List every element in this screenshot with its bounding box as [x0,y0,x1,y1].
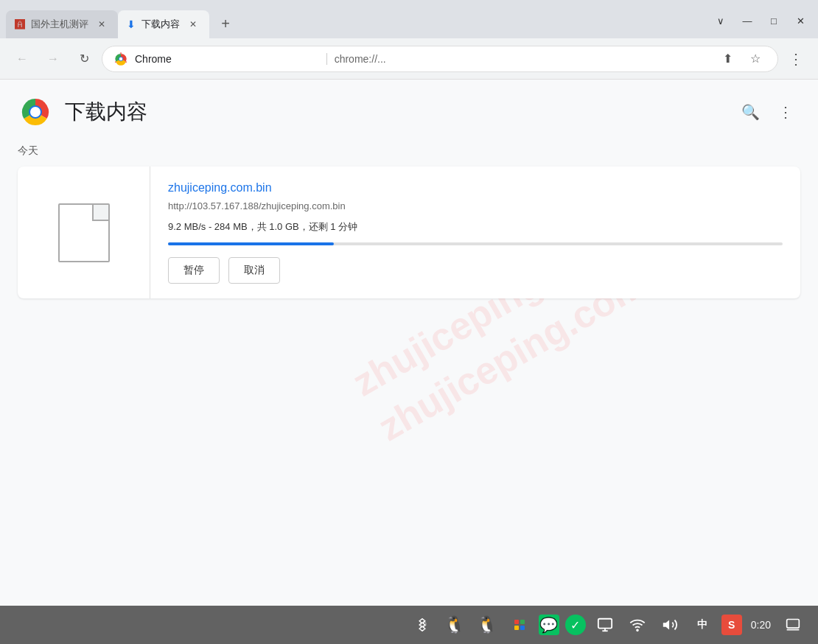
taskbar-qq1[interactable]: 🐧 [441,612,468,638]
new-tab-button[interactable]: + [212,10,239,37]
progress-bar-fill [168,242,334,245]
taskbar-qq2[interactable]: 🐧 [474,612,500,638]
progress-bar-container [168,242,783,245]
svg-rect-12 [598,619,612,629]
taskbar-wechat[interactable]: 💬 [539,615,559,635]
download-card: zhujiceping.com.bin http://103.57.167.18… [18,167,800,298]
svg-rect-17 [787,620,800,629]
svg-rect-9 [520,620,525,624]
chrome-menu-button[interactable]: ⋮ [783,46,809,72]
taskbar-figma[interactable] [506,612,533,638]
minimize-button[interactable]: — [735,9,759,32]
tab-1[interactable]: 🅰 国外主机测评 ✕ [6,10,118,38]
pause-button[interactable]: 暂停 [168,257,220,284]
more-options-button[interactable]: ⋮ [771,97,800,127]
address-divider [326,53,327,65]
address-bar: ← → ↻ Chrome chrome://... ⬆ ☆ ⋮ [0,38,818,80]
tab2-favicon: ⬇ [127,18,136,30]
forward-button[interactable]: → [40,46,66,72]
taskbar-clock: 0:20 [748,618,774,631]
page-header: 下载内容 🔍 ⋮ [18,94,800,130]
tab-bar: 🅰 国外主机测评 ✕ ⬇ 下载内容 ✕ + ∨ — □ ✕ [0,0,818,38]
svg-point-6 [30,107,41,117]
chrome-icon [114,52,127,66]
address-input[interactable]: Chrome chrome://... ⬆ ☆ [102,46,778,72]
search-button[interactable]: 🔍 [735,97,765,127]
close-button[interactable]: ✕ [789,9,812,32]
page-title: 下载内容 [65,98,147,126]
url-display: chrome://... [335,53,519,65]
taskbar-language[interactable]: 中 [689,612,716,638]
taskbar-checkmark[interactable]: ✓ [565,615,586,635]
download-actions: 暂停 取消 [168,257,783,284]
share-button[interactable]: ⬆ [717,49,738,69]
taskbar-wifi[interactable] [624,612,651,638]
cancel-button[interactable]: 取消 [228,257,280,284]
bookmark-button[interactable]: ☆ [745,49,766,69]
taskbar-sogou[interactable]: S [721,615,742,635]
tab1-title: 国外主机测评 [31,18,88,31]
svg-rect-8 [514,620,519,624]
download-stats: 9.2 MB/s - 284 MB，共 1.0 GB，还剩 1 分钟 [168,220,783,234]
tab-2[interactable]: ⬇ 下载内容 ✕ [118,10,209,38]
page-content: zhujiceping.com zhujiceping.com 下载内容 🔍 ⋮… [0,80,818,606]
tab1-close[interactable]: ✕ [94,17,109,32]
chrome-logo [18,94,53,130]
svg-rect-10 [514,626,519,630]
reload-button[interactable]: ↻ [71,46,97,72]
download-info: zhujiceping.com.bin http://103.57.167.18… [150,167,800,298]
browser-name: Chrome [135,53,319,65]
tab2-title: 下载内容 [141,18,180,31]
taskbar-screen[interactable] [592,612,618,638]
taskbar-sound[interactable] [657,612,683,638]
section-today-label: 今天 [18,144,800,158]
svg-rect-11 [520,626,525,630]
tab2-close[interactable]: ✕ [186,17,200,32]
window-controls: ∨ — □ ✕ [709,9,812,32]
back-button[interactable]: ← [9,46,35,72]
download-file-icon-area [18,167,150,298]
taskbar-notification[interactable] [780,612,806,638]
file-icon [58,203,110,262]
taskbar-bluetooth[interactable]: ⬡ [409,612,436,638]
page-header-left: 下载内容 [18,94,147,130]
svg-point-15 [637,629,638,631]
tab-strip-more-button[interactable]: ∨ [709,9,733,32]
svg-point-3 [119,57,123,60]
taskbar: ⬡ 🐧 🐧 💬 ✓ [0,606,818,644]
download-url: http://103.57.167.188/zhujiceping.com.bi… [168,200,783,211]
download-filename[interactable]: zhujiceping.com.bin [168,181,783,195]
maximize-button[interactable]: □ [762,9,786,32]
page-header-right: 🔍 ⋮ [735,97,800,127]
svg-text:⬡: ⬡ [421,620,427,628]
tab1-favicon: 🅰 [15,18,25,30]
svg-marker-16 [663,620,669,630]
